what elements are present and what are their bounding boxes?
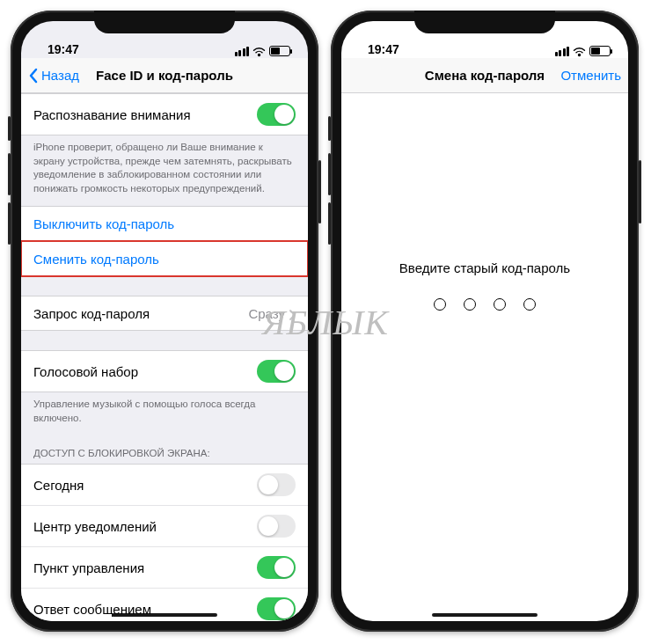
phone-right: 19:47 Смена код-пароля Отменить Введите … [331,11,639,632]
navbar: Смена код-пароля Отменить [341,58,628,93]
battery-icon [589,46,611,56]
lockscreen-item-switch[interactable] [257,473,296,496]
passcode-dot [523,298,536,311]
lockscreen-item-label: Сегодня [33,478,84,493]
screen-left: 19:47 Назад Face ID и код-пароль Распозн… [21,21,308,621]
wifi-icon [573,46,586,56]
screen-right: 19:47 Смена код-пароля Отменить Введите … [341,21,628,621]
back-label: Назад [41,68,79,83]
status-time: 19:47 [362,42,399,56]
request-passcode-cell[interactable]: Запрос код-пароля Сразу [21,296,308,331]
lockscreen-item[interactable]: Центр уведомлений [21,505,308,546]
passcode-area: Введите старый код-пароль [341,93,628,311]
attention-cell[interactable]: Распознавание внимания [21,93,308,135]
status-time: 19:47 [42,42,79,56]
status-icons [235,46,291,56]
lockscreen-header: ДОСТУП С БЛОКИРОВКОЙ ЭКРАНА: [21,435,308,464]
notch [414,11,555,33]
request-passcode-label: Запрос код-пароля [33,306,150,321]
change-passcode-label: Сменить код-пароль [33,252,159,267]
attention-switch[interactable] [257,103,296,126]
settings-content[interactable]: Распознавание внимания iPhone проверит, … [21,93,308,621]
cancel-button[interactable]: Отменить [560,68,621,83]
home-indicator[interactable] [432,613,538,617]
lockscreen-item-switch[interactable] [257,515,296,538]
passcode-prompt: Введите старый код-пароль [399,260,570,275]
passcode-dot [494,298,506,311]
disable-passcode-label: Выключить код-пароль [33,216,174,231]
voice-dial-footer: Управление музыкой с помощью голоса всег… [21,392,308,435]
voice-dial-label: Голосовой набор [33,364,138,379]
lockscreen-item[interactable]: Пункт управления [21,546,308,588]
disable-passcode-cell[interactable]: Выключить код-пароль [21,206,308,241]
lockscreen-item-switch[interactable] [257,556,296,579]
cellular-icon [555,47,570,56]
lockscreen-item-switch[interactable] [257,597,296,620]
request-passcode-value: Сразу [248,306,285,321]
wifi-icon [252,46,266,56]
lockscreen-item[interactable]: Сегодня [21,465,308,505]
attention-footer: iPhone проверит, обращено ли Ваше вниман… [21,135,308,206]
cellular-icon [235,47,250,56]
voice-dial-cell[interactable]: Голосовой набор [21,350,308,392]
attention-label: Распознавание внимания [33,107,191,122]
back-button[interactable]: Назад [28,68,79,84]
passcode-dots[interactable] [434,298,536,311]
lockscreen-item-label: Пункт управления [33,560,144,575]
notch [94,11,235,33]
battery-icon [269,46,290,56]
chevron-left-icon [28,68,39,84]
passcode-dot [434,298,446,311]
lockscreen-list: СегодняЦентр уведомленийПункт управления… [21,464,308,621]
phone-left: 19:47 Назад Face ID и код-пароль Распозн… [11,11,318,632]
passcode-dot [464,298,476,311]
home-indicator[interactable] [112,613,217,617]
status-icons [555,46,611,56]
navbar: Назад Face ID и код-пароль [21,58,308,93]
voice-dial-switch[interactable] [257,360,296,383]
chevron-right-icon [289,308,296,318]
change-passcode-cell[interactable]: Сменить код-пароль [21,241,308,276]
lockscreen-item-label: Центр уведомлений [33,519,157,534]
